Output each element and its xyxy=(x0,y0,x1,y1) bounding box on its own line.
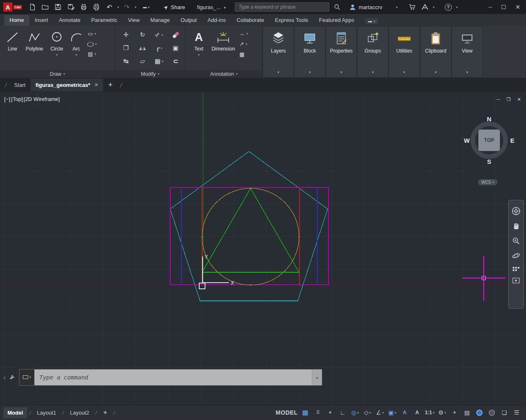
view-panel-button[interactable]: View ▾ xyxy=(451,26,483,77)
arc-tool-button[interactable]: Arc ▾ xyxy=(67,27,85,70)
navigation-wheel-button[interactable] xyxy=(511,206,521,216)
ortho-mode-toggle[interactable]: ∟ xyxy=(337,407,349,418)
viewport-view-control[interactable]: [Top] xyxy=(11,96,23,102)
new-drawing-button[interactable] xyxy=(27,2,37,12)
zoom-button[interactable] xyxy=(512,237,520,245)
line-tool-button[interactable]: Line xyxy=(2,27,22,70)
apps-caret-icon[interactable]: ▾ xyxy=(433,5,434,9)
drawing-area[interactable]: [−] [Top] [2D Wireframe] ─ ❐ ✕ N S W E T… xyxy=(0,92,526,405)
save-button[interactable] xyxy=(53,2,63,12)
command-history-expand-button[interactable]: ▲ xyxy=(312,370,322,385)
trim-button[interactable]: ✂▾ xyxy=(151,28,167,41)
ribbon-tab-express-tools[interactable]: Express Tools xyxy=(270,15,314,26)
ribbon-tab-featured-apps[interactable]: Featured Apps xyxy=(314,15,360,26)
rotate-button[interactable]: ↻ xyxy=(134,28,151,41)
offset-button[interactable]: ⊂ xyxy=(167,55,184,68)
circle-shape[interactable] xyxy=(202,188,299,285)
viewcube-top-face[interactable]: TOP xyxy=(478,130,500,151)
ribbon-tab-view[interactable]: View xyxy=(123,15,145,26)
ribbon-tab-output[interactable]: Output xyxy=(175,15,202,26)
stretch-button[interactable]: ↹ xyxy=(118,55,134,68)
viewcube-north[interactable]: N xyxy=(487,115,492,122)
annotation-scale-button[interactable]: 1:1▾ xyxy=(424,407,436,418)
ellipse-tool-button[interactable]: ◯ ▾ xyxy=(88,41,97,47)
grid-display-toggle[interactable]: ▦ xyxy=(299,407,311,418)
undo-caret-icon[interactable]: ▾ xyxy=(117,5,119,9)
annotation-scale-caret-icon[interactable]: ▾ xyxy=(433,411,434,415)
viewcube-south[interactable]: S xyxy=(487,158,491,165)
file-tab-start[interactable]: Start xyxy=(9,79,30,91)
plot-button[interactable] xyxy=(79,2,89,12)
viewcube-west[interactable]: W xyxy=(464,137,470,144)
rectangle-tool-button[interactable]: ▭ ▾ xyxy=(88,31,97,37)
window-close-button[interactable]: ✕ xyxy=(515,4,520,10)
clean-screen-toggle[interactable]: ❏ xyxy=(498,407,510,418)
app-menu-button[interactable]: A CAD xyxy=(3,2,22,12)
viewport-restore-button[interactable]: ❐ xyxy=(507,97,511,102)
triangle-shape[interactable] xyxy=(202,188,299,272)
utilities-caret-icon[interactable]: ▾ xyxy=(403,70,405,77)
graphics-performance-toggle[interactable] xyxy=(473,407,485,418)
pan-hand-button[interactable] xyxy=(512,222,520,230)
redo-button[interactable]: ↷ xyxy=(122,2,132,12)
document-switcher[interactable]: figuras_... ▸ xyxy=(197,4,226,10)
object-snap-caret-icon[interactable]: ▾ xyxy=(395,411,396,415)
workspace-caret-icon[interactable]: ▾ xyxy=(444,411,446,415)
save-as-button[interactable] xyxy=(66,2,76,12)
layout-tab-layout2[interactable]: Layout2 xyxy=(66,407,93,418)
batch-plot-button[interactable] xyxy=(92,2,101,12)
view-caret-icon[interactable]: ▾ xyxy=(466,70,468,77)
erase-button[interactable] xyxy=(167,28,184,41)
open-button[interactable] xyxy=(40,2,50,12)
layout-tab-layout1[interactable]: Layout1 xyxy=(33,407,60,418)
groups-panel-button[interactable]: Groups ▾ xyxy=(357,26,388,77)
search-button[interactable] xyxy=(332,2,342,12)
help-search-field[interactable] xyxy=(235,2,329,12)
ribbon-tab-collaborate[interactable]: Collaborate xyxy=(231,15,270,26)
annotation-monitor-toggle[interactable]: + xyxy=(449,407,461,418)
circle-tool-button[interactable]: Circle ▾ xyxy=(46,27,67,70)
ribbon-tab-home[interactable]: Home xyxy=(4,15,29,26)
signin-user-button[interactable]: martaccrv xyxy=(349,4,382,11)
isometric-drafting-toggle[interactable]: ◇▾ xyxy=(362,407,374,418)
ribbon-tab-insert[interactable]: Insert xyxy=(29,15,54,26)
layers-caret-icon[interactable]: ▾ xyxy=(277,70,279,77)
command-input[interactable] xyxy=(34,370,312,385)
fillet-button[interactable]: ╭▾ xyxy=(151,41,167,55)
ribbon-tab-manage[interactable]: Manage xyxy=(145,15,175,26)
wcs-selector[interactable]: WCS ▾ xyxy=(478,179,497,185)
draw-panel-title[interactable]: Draw ▾ xyxy=(0,70,115,78)
customization-button[interactable]: ☰ xyxy=(511,407,523,418)
ribbon-display-options-button[interactable]: ▬ ▾ xyxy=(365,18,378,24)
window-maximize-button[interactable]: ☐ xyxy=(501,4,507,10)
clipboard-caret-icon[interactable]: ▾ xyxy=(435,70,437,77)
customize-quick-access-button[interactable]: ▬ ▾ xyxy=(139,2,153,12)
layout-tab-model[interactable]: Model xyxy=(3,407,27,418)
properties-caret-icon[interactable]: ▾ xyxy=(340,70,342,77)
linear-dimension-button[interactable]: ↔ ▾ xyxy=(239,31,248,37)
dynamic-input-toggle[interactable]: + xyxy=(324,407,336,418)
file-tab-close-icon[interactable]: ✕ xyxy=(94,82,98,88)
autodesk-apps-button[interactable] xyxy=(420,2,430,12)
viewport-close-button[interactable]: ✕ xyxy=(517,97,521,102)
polar-caret-icon[interactable]: ▾ xyxy=(357,411,359,415)
model-space-toggle[interactable]: MODEL xyxy=(275,407,299,418)
utilities-panel-button[interactable]: Utilities ▾ xyxy=(388,26,420,77)
osnap-tracking-caret-icon[interactable]: ▾ xyxy=(382,411,384,415)
layers-panel-button[interactable]: Layers ▾ xyxy=(263,26,294,77)
annotation-panel-title[interactable]: Annotation ▾ xyxy=(186,70,262,78)
annotation-visibility-toggle[interactable]: A xyxy=(399,407,411,418)
move-button[interactable]: ✛ xyxy=(118,28,134,41)
explode-button[interactable]: ▣ xyxy=(167,41,184,55)
hatch-tool-button[interactable]: ▨ ▾ xyxy=(88,51,97,57)
autoscale-toggle[interactable]: A xyxy=(411,407,423,418)
orbit-button[interactable] xyxy=(512,251,521,260)
mirror-button[interactable]: ◭◮ xyxy=(134,41,151,55)
isolate-objects-button[interactable] xyxy=(486,407,498,418)
help-button[interactable]: ? xyxy=(443,2,453,12)
dimension-tool-button[interactable]: Dimension xyxy=(210,27,237,70)
workspace-switching-button[interactable]: ⚙▾ xyxy=(436,407,448,418)
share-button[interactable]: ➤ Share xyxy=(164,4,185,10)
osnap-tracking-toggle[interactable]: ∠▾ xyxy=(374,407,386,418)
rectangle-shape[interactable] xyxy=(170,187,328,285)
